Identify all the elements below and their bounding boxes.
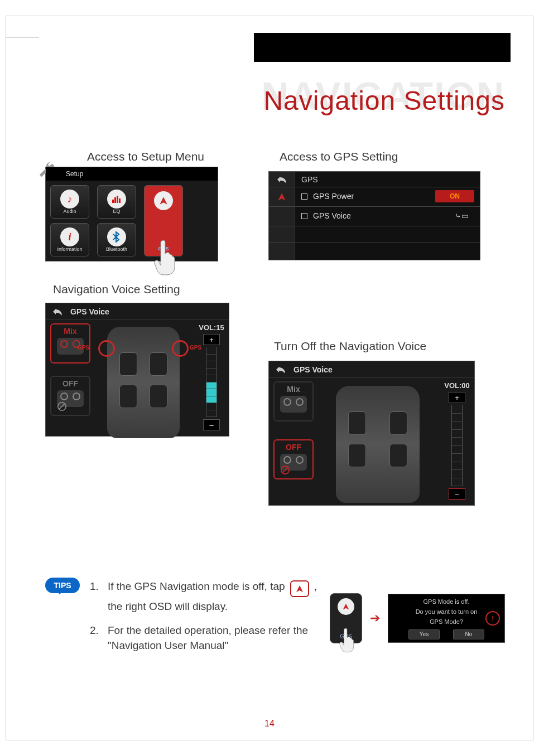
off-mode-button[interactable]: OFF [50,376,90,416]
svg-rect-3 [119,198,121,203]
mini-gps-button[interactable]: GPS [330,593,362,643]
volume-down-button[interactable]: – [449,488,465,500]
mix-mode-button[interactable]: Mix [50,323,90,364]
volume-scale [451,405,463,486]
osd-line1: GPS Mode is off. [424,598,470,605]
mix-button-label: Mix [287,385,300,394]
off-button-label: OFF [286,443,301,452]
no-button[interactable]: No [453,629,484,639]
audio-button[interactable]: ♪ Audio [50,185,89,219]
hand-pointer-icon [152,237,178,276]
volume-up-button[interactable]: + [203,334,220,345]
volume-control: VOL:15 + – [199,323,224,433]
page-number: 14 [264,719,275,729]
speaker-ring-icon [172,340,189,357]
gps-voice-label: GPS Voice [313,211,351,220]
gps-empty-row [269,243,480,260]
bluetooth-button[interactable]: Bluetooth [97,223,136,256]
title-foreground-text: Navigation Settings [261,88,505,114]
gps-header-label: GPS [295,172,480,187]
gps-voice-row[interactable]: GPS Voice ⤷▭ [269,207,480,226]
information-button-label: Information [57,246,82,252]
setup-menu-screenshot: Setup ♪ Audio i Information [45,167,218,261]
gps-empty-row [269,226,480,243]
equalizer-icon [107,190,126,209]
navigation-arrow-icon [338,598,354,615]
side-cell [269,207,295,226]
car-mini-icon [280,396,307,413]
eq-button-label: EQ [113,209,120,214]
ban-icon [280,465,290,475]
gps-setting-label: Access to GPS Setting [280,150,492,163]
gps-power-label: GPS Power [313,192,354,201]
mix-button-label: Mix [64,327,76,336]
svg-rect-2 [117,196,118,203]
checkbox-icon [301,193,307,200]
tip-item-2: 2. For the detailed operation, please re… [90,623,320,653]
voice-off-section: Turn Off the Navigation Voice GPS Voice … [268,340,492,506]
volume-scale [206,347,217,417]
ban-icon [57,401,67,411]
info-icon: i [60,227,79,246]
back-icon[interactable] [52,308,62,316]
information-button[interactable]: i Information [50,223,89,256]
gps-setting-section: Access to GPS Setting GPS GPS Power ON [268,150,492,260]
osd-line2: Do you want to turn on [416,608,478,615]
voice-setting-label: Navigation Voice Setting [53,283,268,296]
submenu-icon: ⤷▭ [455,211,469,220]
on-indicator: ON [435,190,474,202]
music-note-icon: ♪ [60,190,79,209]
back-icon[interactable] [276,366,286,374]
voice-header-label: GPS Voice [293,365,333,374]
voice-setting-section: Navigation Voice Setting GPS Voice Mix O… [45,283,268,437]
arrow-right-icon: ➔ [370,611,380,626]
gps-button-label: GPS [158,246,169,251]
svg-rect-1 [114,197,116,203]
gps-power-row[interactable]: GPS Power ON [269,187,480,207]
volume-value-label: VOL:15 [199,323,224,332]
gps-header-row: GPS [269,172,480,187]
mix-mode-button[interactable]: Mix [273,381,314,421]
page-frame: NAVIGATION Navigation Settings Access to… [6,16,533,740]
bluetooth-icon [107,227,126,246]
volume-down-button[interactable]: – [203,419,220,430]
osd-dialog: GPS Mode is off. Do you want to turn on … [388,594,505,643]
volume-control: VOL:00 + – [444,381,470,502]
osd-line3: GPS Mode? [430,618,463,625]
bluetooth-button-label: Bluetooth [106,246,127,252]
tips-badge: TIPS [45,578,80,593]
svg-rect-0 [112,200,114,203]
voice-mix-screenshot: GPS Voice Mix OFF [45,303,229,437]
volume-up-button[interactable]: + [449,392,465,403]
setup-header: Setup [46,167,218,181]
setup-menu-label: Access to Setup Menu [40,150,252,163]
svg-line-5 [59,404,65,410]
navigation-arrow-icon [269,187,295,206]
eq-button[interactable]: EQ [97,185,136,219]
car-top-view-icon [107,327,180,438]
header-black-bar [254,33,511,62]
gps-setting-screenshot: GPS GPS Power ON GPS Voice ⤷▭ [268,171,480,260]
voice-off-label: Turn Off the Navigation Voice [274,340,492,353]
warning-icon: ! [485,611,500,626]
off-button-label: OFF [62,379,78,388]
volume-value-label: VOL:00 [444,381,470,390]
page-tab-notch [6,16,39,38]
back-icon[interactable] [269,172,295,187]
speaker-ring-icon [98,340,115,357]
voice-header-label: GPS Voice [70,307,109,316]
setup-menu-section: Access to Setup Menu Setup ♪ Audio i Inf… [40,150,252,261]
navigation-arrow-icon [154,191,173,210]
page-title: NAVIGATION Navigation Settings [261,76,505,114]
off-mode-button[interactable]: OFF [273,439,314,479]
tip2-text: For the detailed operation, please refer… [108,623,320,653]
tips-section: TIPS 1. If the GPS Navigation mode is of… [45,576,505,660]
gps-button[interactable]: GPS [144,185,183,256]
svg-line-7 [282,467,288,473]
navigation-arrow-icon [290,580,309,597]
tip-item-1: 1. If the GPS Navigation mode is off, ta… [90,576,320,617]
tips-text: 1. If the GPS Navigation mode is off, ta… [90,576,320,660]
gps-speaker-tag: GPS [78,345,89,351]
yes-button[interactable]: Yes [408,629,440,639]
voice-off-screenshot: GPS Voice Mix OFF VOL:00 [268,361,475,506]
